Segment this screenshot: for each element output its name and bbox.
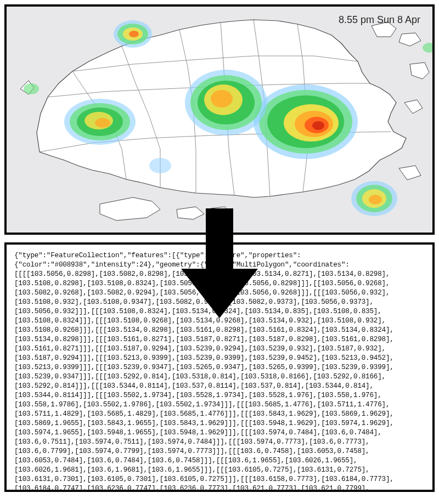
svg-point-6: [312, 121, 324, 130]
radar-map-svg: [7, 7, 435, 235]
svg-point-25: [24, 83, 39, 94]
radar-cell-central: [185, 70, 267, 135]
radar-map-panel: 8.55 pm Sun 8 Apr: [4, 4, 435, 235]
svg-point-11: [211, 90, 233, 107]
svg-point-16: [95, 118, 110, 128]
map-timestamp: 8.55 pm Sun 8 Apr: [339, 14, 420, 26]
arrow-icon: [181, 208, 258, 318]
transform-arrow: [181, 208, 258, 320]
radar-cell-west: [64, 99, 136, 145]
svg-point-20: [129, 31, 139, 37]
radar-cell-offshore-se: [351, 181, 397, 216]
radar-cell-north: [114, 20, 152, 48]
svg-point-27: [149, 158, 171, 173]
radar-cell-east: [254, 84, 358, 159]
svg-point-24: [369, 195, 382, 205]
